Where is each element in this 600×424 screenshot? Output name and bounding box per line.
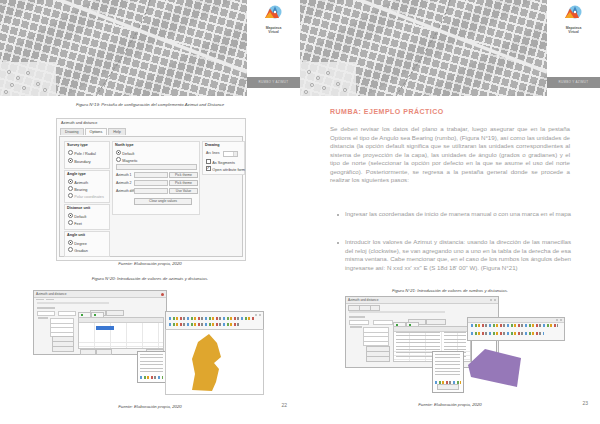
radio-icon xyxy=(68,220,73,225)
radio-feet: Feet xyxy=(68,220,82,226)
toolbar-titlebar xyxy=(468,318,564,323)
tab-help: Help xyxy=(108,128,126,135)
window-title: Azimuth and distance xyxy=(36,292,66,296)
figure19-caption: Figura N°19: Pestaña de configuración de… xyxy=(0,102,300,107)
map-canvas-screenshot xyxy=(165,329,264,395)
fuente-caption-2: Fuente: Elaboración propia, 2020 xyxy=(0,404,300,409)
page-number-left: 22 xyxy=(281,402,287,408)
brand-name-line2: Virtual xyxy=(247,30,300,34)
radio-polar-coordinates: Polar coordinates xyxy=(68,193,104,199)
table-header xyxy=(79,318,163,323)
window-controls-icon xyxy=(494,299,496,301)
distances-button-stub xyxy=(106,310,124,316)
use-value-button: Use Value xyxy=(169,188,198,195)
segments-table xyxy=(78,317,164,349)
brand-logo-text: Mapoteca Virtual xyxy=(547,26,600,34)
radio-icon xyxy=(68,247,73,252)
qgis-toolbar-screenshot xyxy=(165,311,264,330)
panel-button-stub xyxy=(437,384,459,390)
form-button-stub xyxy=(366,356,390,362)
dialog-tabs: DrawingOptionsHelp xyxy=(60,128,127,135)
city-map-banner xyxy=(300,0,547,96)
pick-theme-button-1: Pick theme xyxy=(169,172,198,179)
distance-unit-label: Distance unit xyxy=(67,206,90,210)
radio-icon xyxy=(68,193,73,198)
azimuth-diff-input xyxy=(134,188,168,194)
form-label-stub xyxy=(350,326,362,328)
figure20-caption: Figura N°20: Introducción de valores de … xyxy=(0,276,300,281)
header-band: RUMBO Y AZIMUT xyxy=(547,77,600,88)
bullet-item-1: Ingresar las coordenadas de inicio de ma… xyxy=(345,210,571,219)
instruction-text-stub xyxy=(37,302,109,304)
checkbox-checked-icon xyxy=(206,166,211,171)
bottom-button-stub xyxy=(96,349,112,355)
page-left: Mapoteca Virtual RUMBO Y AZIMUT Figura N… xyxy=(0,0,300,424)
window-controls-icon xyxy=(259,314,261,316)
radio-selected-icon xyxy=(68,213,73,218)
qgis-dialog-screenshot: Azimuth and distance xyxy=(33,290,167,355)
x-coordinate-field xyxy=(37,311,55,317)
form-label-stub xyxy=(38,317,48,319)
azimuth2-label: Azimuth 2 xyxy=(116,181,132,185)
window-controls-icon xyxy=(560,319,562,321)
tab-options: Options xyxy=(85,128,108,135)
survey-type-label: Survey type xyxy=(67,143,88,147)
x-coordinate-field xyxy=(349,320,369,326)
radio-azimuth: Azimuth xyxy=(68,179,88,185)
brand-name-line2: Virtual xyxy=(547,30,600,34)
menu-stub xyxy=(46,299,54,301)
azimuth-diff-label: Azimuth diff xyxy=(116,189,134,193)
toolbar-icons-row2 xyxy=(169,323,239,326)
radio-magnetic: Magnetic xyxy=(116,157,138,163)
angle-type-label: Angle type xyxy=(67,172,86,176)
azimuth1-input xyxy=(134,172,168,178)
window-title: Azimuth and distance xyxy=(348,298,378,302)
header-logo-panel: Mapoteca Virtual RUMBO Y AZIMUT xyxy=(247,0,300,96)
radio-icon xyxy=(68,186,73,191)
menu-stub xyxy=(36,299,44,301)
panel-toolbar-icons xyxy=(140,376,163,379)
north-type-group: North type Default Magnetic Azimuth 1 Pi… xyxy=(112,141,200,215)
fuente-caption-1: Fuente: Elaboración propia, 2020 xyxy=(0,261,300,266)
angle-unit-group: Angle unit Degree Gradian xyxy=(64,231,110,257)
instruction-text-stub xyxy=(349,311,445,313)
map-detail-overlay xyxy=(0,0,247,96)
body-paragraph: Se deben revisar los datos del plano a t… xyxy=(330,125,570,185)
header-band: RUMBO Y AZIMUT xyxy=(247,77,300,88)
city-map-banner xyxy=(0,0,247,96)
radio-selected-icon xyxy=(116,150,121,155)
fuente-caption: Fuente: Elaboración propia, 2020 xyxy=(300,402,600,407)
window-controls-icon xyxy=(556,319,558,321)
layer-list-stub xyxy=(435,354,460,378)
radio-pole-radial: Pole / Radial xyxy=(68,150,96,156)
section-heading: RUMBA: EJEMPLO PRÁCTICO xyxy=(330,108,444,115)
toolbar-icons-row2 xyxy=(471,332,544,335)
radio-icon xyxy=(68,150,73,155)
angle-unit-label: Angle unit xyxy=(67,233,85,237)
brand-logo-text: Mapoteca Virtual xyxy=(247,26,300,34)
bullet-icon xyxy=(337,242,339,244)
arc-lines-label: Arc lines xyxy=(206,151,219,155)
radio-degree: Degree xyxy=(68,240,87,246)
drawing-group-label: Drawing xyxy=(205,143,220,147)
azimuth2-input xyxy=(134,180,168,186)
window-controls-icon xyxy=(490,299,492,301)
gold-parcel-polygon xyxy=(166,330,263,394)
distances-button-stub xyxy=(426,319,446,325)
y-coordinate-field xyxy=(58,311,76,317)
selected-cell xyxy=(96,326,114,330)
angle-type-group: Angle type Azimuth Bearing Polar coordin… xyxy=(64,170,110,203)
form-button-stub xyxy=(52,346,74,352)
header-logo-panel: Mapoteca Virtual RUMBO Y AZIMUT xyxy=(547,0,600,96)
radio-distance-default: Default xyxy=(68,213,86,219)
arc-lines-spinbox xyxy=(223,151,238,157)
radio-icon xyxy=(116,157,121,162)
radio-selected-icon xyxy=(68,158,73,163)
survey-type-group: Survey type Pole / Radial Boundary xyxy=(64,141,110,169)
brand-logo-icon xyxy=(563,4,583,24)
radio-gradian: Gradian xyxy=(68,247,88,253)
pick-theme-button-2: Pick theme xyxy=(169,180,198,187)
window-titlebar: Azimuth and distance xyxy=(346,297,498,304)
checkbox-open-attribute-form: Open attribute form xyxy=(206,166,245,172)
bullet-icon xyxy=(337,214,339,216)
